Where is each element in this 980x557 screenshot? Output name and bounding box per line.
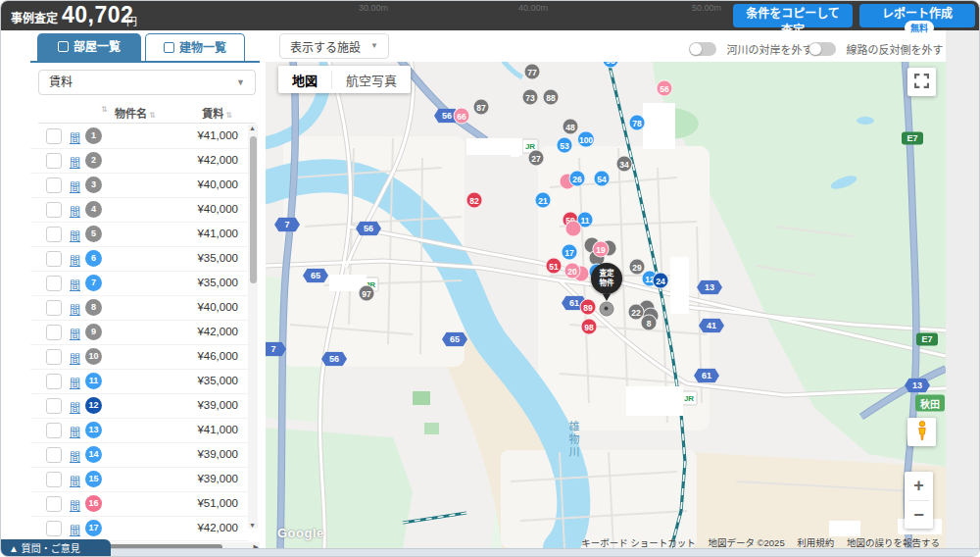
column-rent[interactable]: 賃料⇅ <box>202 105 232 121</box>
copy-conditions-button[interactable]: 条件をコピーして査定 <box>733 4 853 27</box>
scroll-up-arrow[interactable]: ▲ <box>249 125 256 131</box>
row-checkbox[interactable] <box>46 300 62 316</box>
vertical-scroll-thumb[interactable] <box>250 136 257 283</box>
map-marker-8[interactable]: 8 <box>641 315 658 331</box>
map-marker-19[interactable]: 19 <box>593 241 610 258</box>
floorplan-link[interactable]: 間 <box>70 301 80 317</box>
keyboard-shortcuts-link[interactable]: キーボード ショートカット <box>581 537 696 548</box>
floorplan-link[interactable]: 間 <box>70 154 80 170</box>
map-marker-24[interactable]: 24 <box>653 273 669 289</box>
tab-building-list-label: 建物一覧 <box>179 41 226 55</box>
floorplan-link[interactable]: 間 <box>70 326 80 341</box>
map-marker-34[interactable]: 34 <box>616 156 633 173</box>
table-row: 間4¥40,000 <box>30 198 248 223</box>
create-report-button[interactable]: レポート作成無料 <box>859 4 975 27</box>
floorplan-link[interactable]: 間 <box>70 228 80 243</box>
bottom-band <box>1 548 980 557</box>
zoom-control: + − <box>905 472 933 529</box>
map-marker-56[interactable]: 56 <box>657 80 673 97</box>
floorplan-link[interactable]: 間 <box>70 129 80 145</box>
sort-select[interactable]: 賃料 ▼ <box>38 70 256 95</box>
map-type-map[interactable]: 地図 <box>278 71 331 89</box>
row-checkbox[interactable] <box>46 202 62 218</box>
row-checkbox[interactable] <box>46 128 62 144</box>
floorplan-link[interactable]: 間 <box>70 350 80 366</box>
floorplan-link[interactable]: 間 <box>70 399 80 415</box>
tabs-underline <box>30 61 260 63</box>
floorplan-link[interactable]: 間 <box>70 497 80 513</box>
google-logo: Google <box>277 526 324 540</box>
zoom-in-button[interactable]: + <box>905 472 933 500</box>
row-checkbox[interactable] <box>46 153 62 169</box>
table-row: 間14¥39,000 <box>30 443 248 468</box>
floorplan-link[interactable]: 間 <box>70 522 80 537</box>
pegman-button[interactable] <box>907 418 936 446</box>
map-marker-89[interactable]: 89 <box>580 299 597 316</box>
map-marker-53[interactable]: 53 <box>557 137 573 154</box>
row-checkbox[interactable] <box>46 447 62 463</box>
zoom-out-button[interactable]: − <box>905 501 933 530</box>
free-badge: 無料 <box>905 21 934 35</box>
map-marker-51[interactable]: 51 <box>546 258 563 275</box>
map-marker[interactable] <box>565 221 582 237</box>
floorplan-link[interactable]: 間 <box>70 203 80 219</box>
row-checkbox[interactable] <box>46 325 62 340</box>
scroll-down-arrow[interactable]: ▼ <box>249 522 256 529</box>
row-checkbox[interactable] <box>46 374 62 389</box>
toggle-rail-group: 線路の反対側を外す <box>808 39 943 55</box>
floorplan-link[interactable]: 間 <box>70 448 80 464</box>
floorplan-link[interactable]: 間 <box>70 473 80 488</box>
map-marker-98[interactable]: 98 <box>581 319 598 335</box>
floorplan-link[interactable]: 間 <box>70 424 80 439</box>
row-checkbox[interactable] <box>46 472 62 487</box>
table-row: 間7¥35,000 <box>30 272 248 296</box>
row-checkbox[interactable] <box>46 398 62 414</box>
tab-room-list[interactable]: 部屋一覧 <box>37 33 141 61</box>
map-marker-17[interactable]: 17 <box>562 244 578 261</box>
map-marker-20[interactable]: 20 <box>564 263 581 279</box>
app-window: 30.00m40.00m50.00m 事例査定 40,702 円 条件をコピーし… <box>0 0 980 557</box>
fullscreen-button[interactable] <box>907 68 936 96</box>
target-property-marker[interactable]: 査定 物件 <box>591 263 622 301</box>
feedback-tab[interactable]: ▲ 質問・ご意見 <box>1 539 111 557</box>
sort-icon[interactable]: ⇅ <box>101 105 108 114</box>
map-marker-77[interactable]: 77 <box>524 64 541 80</box>
floorplan-link[interactable]: 間 <box>70 178 80 194</box>
map-marker-27[interactable]: 27 <box>528 150 545 167</box>
rail-toggle[interactable] <box>808 42 836 56</box>
map-marker-88[interactable]: 88 <box>543 89 560 106</box>
map-marker-26[interactable]: 26 <box>569 171 586 187</box>
report-error-link[interactable]: 地図の誤りを報告する <box>847 537 940 548</box>
tab-building-list[interactable]: 建物一覧 <box>145 33 245 61</box>
map-type-satellite[interactable]: 航空写真 <box>331 71 411 89</box>
map-marker-97[interactable]: 97 <box>359 285 375 302</box>
river-toggle[interactable] <box>689 42 716 56</box>
map-marker-87[interactable]: 87 <box>473 99 490 116</box>
map-marker-100[interactable]: 100 <box>577 131 595 148</box>
row-number-badge: 15 <box>85 471 102 487</box>
row-checkbox[interactable] <box>46 251 62 267</box>
map-marker-21[interactable]: 21 <box>535 192 552 209</box>
row-checkbox[interactable] <box>46 177 62 193</box>
vertical-scrollbar[interactable]: ▲ ▼ <box>248 125 258 529</box>
map-marker-66[interactable]: 66 <box>454 108 470 125</box>
row-checkbox[interactable] <box>46 521 62 536</box>
map-type-control: 地図 航空写真 <box>278 66 411 93</box>
map-marker-78[interactable]: 78 <box>629 115 646 131</box>
row-checkbox[interactable] <box>46 496 62 512</box>
floorplan-link[interactable]: 間 <box>70 375 80 390</box>
map-marker-48[interactable]: 48 <box>563 119 579 135</box>
map-marker-54[interactable]: 54 <box>594 171 611 187</box>
row-checkbox[interactable] <box>46 276 62 291</box>
map-marker-73[interactable]: 73 <box>522 89 539 106</box>
column-property-name[interactable]: 物件名⇅ <box>115 105 156 121</box>
map-area[interactable]: 表示する施設▼ 河川の対岸を外す 線路の反対側を外す 5675665136141… <box>266 30 946 548</box>
map-marker-82[interactable]: 82 <box>466 192 483 209</box>
floorplan-link[interactable]: 間 <box>70 277 80 292</box>
terms-link[interactable]: 利用規約 <box>797 537 834 548</box>
row-checkbox[interactable] <box>46 349 62 365</box>
floorplan-link[interactable]: 間 <box>70 252 80 268</box>
row-checkbox[interactable] <box>46 227 62 242</box>
row-checkbox[interactable] <box>46 423 62 438</box>
facilities-dropdown[interactable]: 表示する施設▼ <box>279 33 389 59</box>
